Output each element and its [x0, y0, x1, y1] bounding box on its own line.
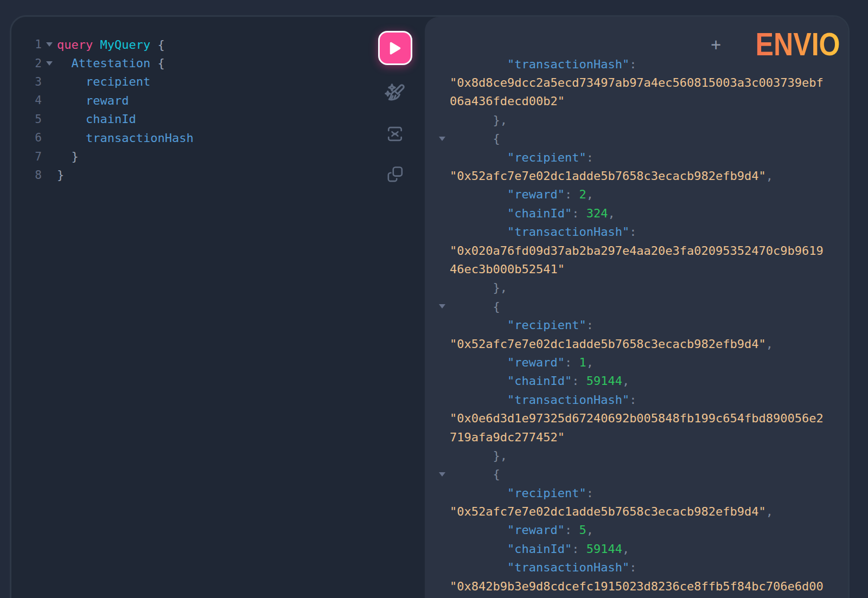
code-token — [450, 561, 507, 574]
fold-toggle[interactable] — [439, 472, 445, 477]
code-token — [450, 542, 507, 556]
response-code-text: "chainId": 59144, — [450, 374, 629, 388]
code-token: "0x842b9b3e9d8cdcefc1915023d8236ce8ffb5f… — [450, 580, 824, 593]
query-editor-code[interactable]: 1query MyQuery {2 Attestation {3 recipie… — [11, 35, 194, 184]
code-token: : — [586, 151, 593, 164]
prettify-query-button[interactable] — [383, 82, 407, 106]
code-token: , — [608, 207, 615, 220]
query-code-text[interactable]: Attestation { — [57, 56, 165, 70]
code-token: { — [150, 56, 165, 70]
response-code-text: "chainId": 59144, — [450, 542, 629, 556]
response-code-text: "recipient": — [450, 486, 593, 500]
code-token: , — [766, 169, 773, 183]
code-token: : — [629, 57, 636, 71]
response-code-text: { — [450, 300, 500, 313]
response-code-text: "0x52afc7e7e02dc1adde5b7658c3ecacb982efb… — [450, 505, 773, 518]
query-code-text[interactable]: } — [57, 150, 79, 163]
code-token: : — [565, 523, 579, 537]
query-code-text[interactable]: recipient — [57, 75, 150, 88]
editor-line[interactable]: 4 reward — [11, 91, 194, 110]
response-line: "transactionHash": — [425, 558, 848, 577]
code-token: 719afa9dc277452" — [450, 430, 565, 444]
code-token: "chainId" — [507, 542, 572, 556]
query-code-text[interactable]: transactionHash — [57, 131, 194, 145]
response-code-text: "0x8d8ce9dcc2a5ecd73497ab97a4ec560815003… — [450, 76, 824, 89]
query-code-text[interactable]: query MyQuery { — [57, 38, 165, 52]
merge-fragments-button[interactable] — [385, 124, 405, 144]
code-token: , — [586, 188, 593, 201]
graphiql-playground: 1query MyQuery {2 Attestation {3 recipie… — [0, 0, 868, 598]
code-token: "reward" — [507, 523, 565, 537]
response-code-text: 719afa9dc277452" — [450, 430, 565, 444]
play-icon — [388, 41, 401, 55]
response-pane: + ENVIO "transactionHash":"0x8d8ce9dcc2a… — [425, 17, 848, 598]
code-token: "transactionHash" — [507, 225, 629, 239]
editor-line[interactable]: 6 transactionHash — [11, 128, 194, 147]
response-line: 46ec3b000b52541" — [425, 260, 848, 278]
response-line: "recipient": — [425, 484, 848, 502]
code-token: "reward" — [507, 356, 565, 369]
code-token: "reward" — [507, 188, 565, 201]
editor-line[interactable]: 1query MyQuery { — [11, 35, 194, 54]
query-code-text[interactable]: chainId — [57, 112, 136, 126]
response-code-text: "0x842b9b3e9d8cdcefc1915023d8236ce8ffb5f… — [450, 580, 824, 593]
code-token: "recipient" — [507, 318, 586, 332]
editor-toolbar — [377, 31, 413, 184]
response-line: { — [425, 297, 848, 316]
response-line: "transactionHash": — [425, 390, 848, 409]
code-token: }, — [450, 113, 507, 127]
line-number: 8 — [11, 169, 42, 182]
code-token: "0x8d8ce9dcc2a5ecd73497ab97a4ec560815003… — [450, 76, 824, 89]
add-tab-button[interactable]: + — [711, 36, 721, 54]
fold-toggle[interactable] — [439, 304, 445, 308]
editor-line[interactable]: 2 Attestation { — [11, 54, 194, 72]
code-token: { — [450, 132, 500, 145]
code-token: reward — [86, 94, 129, 107]
copy-query-button[interactable] — [385, 164, 405, 184]
code-token: "transactionHash" — [507, 561, 629, 574]
code-token: : — [572, 374, 586, 388]
code-token: "transactionHash" — [507, 393, 629, 407]
code-token: { — [150, 38, 165, 52]
response-line: "transactionHash": — [425, 55, 848, 73]
response-line: "0x52afc7e7e02dc1adde5b7658c3ecacb982efb… — [425, 335, 848, 353]
editor-line[interactable]: 8} — [11, 166, 194, 184]
line-number: 5 — [11, 113, 42, 126]
code-token: 2 — [579, 188, 586, 201]
code-token — [450, 207, 507, 220]
code-token — [450, 318, 507, 332]
response-code-text: "chainId": 324, — [450, 207, 615, 220]
fold-toggle[interactable] — [42, 61, 57, 66]
code-token: "recipient" — [507, 151, 586, 164]
code-token — [450, 523, 507, 537]
fold-toggle[interactable] — [439, 137, 445, 141]
code-token: } — [57, 168, 64, 182]
response-line: "recipient": — [425, 316, 848, 334]
prettify-icon — [383, 82, 407, 106]
code-token: "chainId" — [507, 374, 572, 388]
code-token: 06a436fdecd00b2" — [450, 94, 565, 108]
code-token: }, — [450, 281, 507, 294]
query-code-text[interactable]: reward — [57, 94, 129, 107]
code-token: 1 — [579, 356, 586, 369]
response-code-text: }, — [450, 281, 507, 294]
editor-line[interactable]: 7 } — [11, 147, 194, 165]
response-code-text: "transactionHash": — [450, 225, 636, 239]
response-line: "reward": 2, — [425, 185, 848, 204]
code-token: , — [586, 356, 593, 369]
query-code-text[interactable]: } — [57, 168, 64, 182]
execute-query-button[interactable] — [378, 31, 412, 65]
code-token — [450, 374, 507, 388]
response-code-text: "transactionHash": — [450, 393, 636, 407]
code-token: 59144 — [586, 374, 622, 388]
fold-toggle[interactable] — [42, 42, 57, 47]
code-token: "0x0e6d3d1e97325d67240692b005848fb199c65… — [450, 411, 824, 425]
response-line: "0x8d8ce9dcc2a5ecd73497ab97a4ec560815003… — [425, 73, 848, 92]
editor-line[interactable]: 5 chainId — [11, 110, 194, 128]
response-line: }, — [425, 446, 848, 465]
editor-line[interactable]: 3 recipient — [11, 73, 194, 91]
response-code-text: "0x0e6d3d1e97325d67240692b005848fb199c65… — [450, 411, 824, 425]
code-token: "0x020a76fd09d37ab2ba297e4aa20e3fa020953… — [450, 244, 824, 258]
code-token: : — [572, 207, 586, 220]
code-token: Attestation — [72, 56, 151, 70]
